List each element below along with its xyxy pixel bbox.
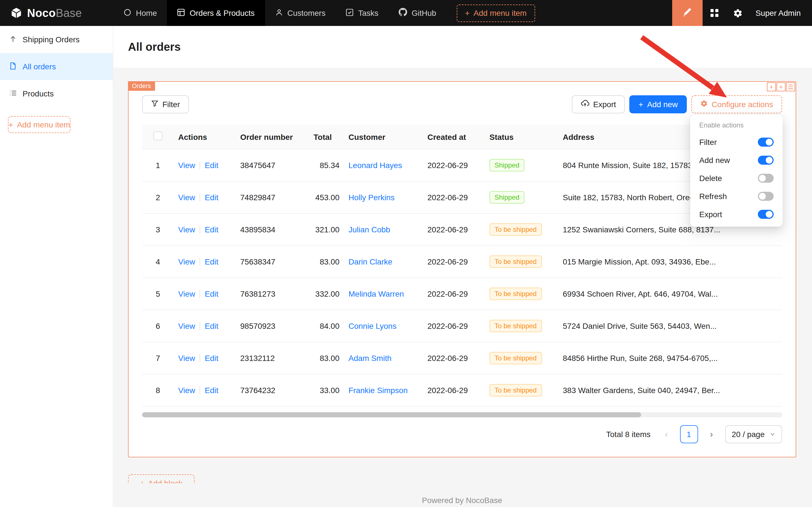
dropdown-item-label: Export <box>699 210 722 219</box>
customer-link[interactable]: Julian Cobb <box>348 225 390 234</box>
cloud-upload-icon <box>581 99 589 109</box>
block-menu-icon[interactable]: ☰ <box>786 82 795 91</box>
total-cell: 83.00 <box>309 245 344 278</box>
pagination-next-button[interactable]: › <box>702 425 720 443</box>
row-index: 4 <box>156 257 160 266</box>
plus-icon: + <box>140 479 144 483</box>
view-link[interactable]: View <box>178 322 195 331</box>
view-link[interactable]: View <box>178 289 195 298</box>
top-navbar: NocoBase Home Orders & Products Customer… <box>0 0 812 26</box>
nav-item-label: Tasks <box>358 8 379 17</box>
customer-link[interactable]: Leonard Hayes <box>348 161 402 170</box>
status-badge: To be shipped <box>489 320 542 332</box>
nav-item-home[interactable]: Home <box>113 0 167 26</box>
nav-item-orders-products[interactable]: Orders & Products <box>167 0 265 26</box>
sidebar-item-all-orders[interactable]: All orders <box>0 53 113 80</box>
view-link[interactable]: View <box>178 161 195 170</box>
address-cell: 5724 Daniel Drive, Suite 563, 54403, Wen… <box>558 310 782 342</box>
status-cell: To be shipped <box>485 374 558 406</box>
edit-link[interactable]: Edit <box>205 354 218 362</box>
sidebar-item-products[interactable]: Products <box>0 80 113 107</box>
edit-link[interactable]: Edit <box>205 161 218 170</box>
ui-editor-button[interactable] <box>672 0 703 26</box>
view-link[interactable]: View <box>178 225 195 234</box>
edit-link[interactable]: Edit <box>205 193 218 202</box>
select-all-checkbox[interactable] <box>153 131 162 140</box>
toggle-switch-export[interactable] <box>758 210 774 219</box>
pagination-page-1[interactable]: 1 <box>680 425 698 443</box>
edit-link[interactable]: Edit <box>205 386 218 395</box>
page-size-select[interactable]: 20 / page <box>725 425 782 443</box>
nav-item-customers[interactable]: Customers <box>265 0 336 26</box>
dropdown-item-label: Refresh <box>699 192 727 201</box>
filter-button[interactable]: Filter <box>142 95 189 113</box>
initializer-plus-icon[interactable]: + <box>776 82 786 91</box>
row-index: 6 <box>156 322 160 331</box>
view-link[interactable]: View <box>178 354 195 362</box>
app-root: NocoBase Home Orders & Products Customer… <box>0 0 812 507</box>
dropdown-item-export[interactable]: Export <box>692 205 780 223</box>
customer-cell: Melinda Warren <box>344 278 423 310</box>
order-number-cell: 74829847 <box>236 181 309 214</box>
scrollbar-thumb[interactable] <box>142 412 641 417</box>
logo-cube-icon <box>10 7 22 19</box>
address-cell: 383 Walter Gardens, Suite 040, 24947, Be… <box>558 374 782 406</box>
status-badge: To be shipped <box>489 223 542 236</box>
sidebar-item-label: Products <box>22 89 54 98</box>
toggle-switch-filter[interactable] <box>758 137 774 147</box>
actions-cell: ViewEdit <box>174 278 236 310</box>
dropdown-item-add-new[interactable]: Add new <box>692 151 780 169</box>
configure-actions-dropdown-items: FilterAdd newDeleteRefreshExport <box>692 133 780 223</box>
edit-link[interactable]: Edit <box>205 322 218 331</box>
current-user[interactable]: Super Admin <box>756 8 801 17</box>
order-number-cell: 76381273 <box>236 278 309 310</box>
settings-gear-icon[interactable] <box>726 0 750 26</box>
block-collection-tag: Orders <box>128 81 155 91</box>
customer-link[interactable]: Frankie Simpson <box>348 386 408 395</box>
plus-icon: + <box>465 8 469 17</box>
configure-actions-label: Configure actions <box>712 100 773 109</box>
pagination-prev-button[interactable]: ‹ <box>657 425 675 443</box>
vertical-divider <box>199 290 200 298</box>
toggle-switch-add-new[interactable] <box>758 156 774 165</box>
nocobase-logo[interactable]: NocoBase <box>0 6 113 19</box>
configure-actions-dropdown: Enable actions FilterAdd newDeleteRefres… <box>690 115 783 227</box>
nav-item-github[interactable]: GitHub <box>389 0 446 26</box>
edit-link[interactable]: Edit <box>205 289 218 298</box>
edit-link[interactable]: Edit <box>205 225 218 234</box>
add-menu-item-button-navbar[interactable]: + Add menu item <box>457 4 535 22</box>
customer-link[interactable]: Darin Clarke <box>348 257 393 266</box>
apps-grid-icon[interactable] <box>703 0 726 26</box>
add-menu-item-button-sidebar[interactable]: + Add menu item <box>8 116 71 133</box>
vertical-divider <box>199 386 200 394</box>
dropdown-item-delete[interactable]: Delete <box>692 169 780 187</box>
toggle-switch-refresh[interactable] <box>758 192 774 201</box>
export-button[interactable]: Export <box>572 95 625 113</box>
status-cell: To be shipped <box>485 245 558 278</box>
home-icon <box>123 8 131 18</box>
toggle-switch-delete[interactable] <box>758 174 774 183</box>
customer-link[interactable]: Adam Smith <box>348 354 392 362</box>
dropdown-item-filter[interactable]: Filter <box>692 133 780 151</box>
customer-link[interactable]: Melinda Warren <box>348 289 404 298</box>
total-cell: 83.00 <box>309 342 344 374</box>
table-header-row: Actions Order number Total Customer Crea… <box>142 125 782 149</box>
customer-link[interactable]: Connie Lyons <box>348 322 396 331</box>
add-block-above-icon[interactable]: + <box>767 82 776 91</box>
edit-link[interactable]: Edit <box>205 257 218 266</box>
nav-item-label: Home <box>136 8 157 17</box>
vertical-divider <box>199 193 200 201</box>
status-badge: Shipped <box>489 159 524 171</box>
add-block-button[interactable]: + Add block <box>128 474 194 483</box>
view-link[interactable]: View <box>178 193 195 202</box>
nav-item-tasks[interactable]: Tasks <box>336 0 389 26</box>
sidebar-item-shipping-orders[interactable]: Shipping Orders <box>0 26 113 53</box>
dropdown-item-refresh[interactable]: Refresh <box>692 187 780 205</box>
add-new-button[interactable]: + Add new <box>630 95 687 113</box>
customer-link[interactable]: Holly Perkins <box>348 193 395 202</box>
configure-actions-button[interactable]: Configure actions <box>691 95 782 113</box>
nav-item-label: GitHub <box>412 8 436 17</box>
view-link[interactable]: View <box>178 386 195 395</box>
actions-cell: ViewEdit <box>174 245 236 278</box>
view-link[interactable]: View <box>178 257 195 266</box>
